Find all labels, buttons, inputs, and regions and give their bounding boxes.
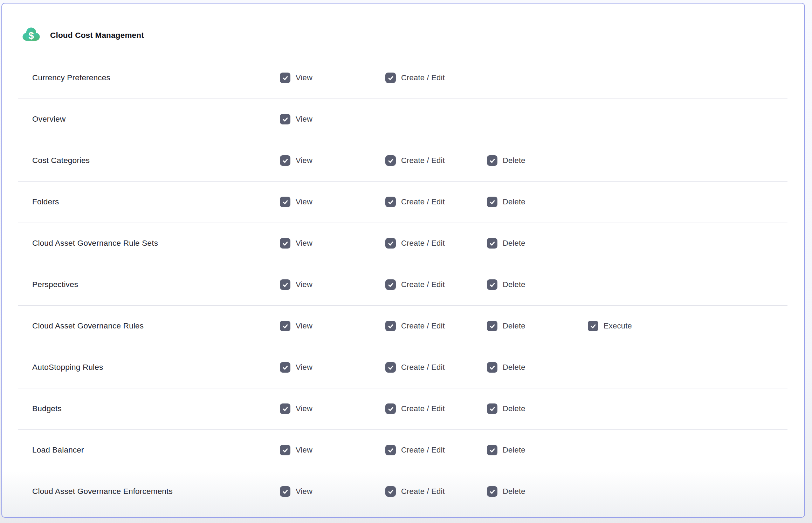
create-edit-permission[interactable]: Create / Edit — [385, 279, 445, 290]
view-checkbox[interactable] — [280, 197, 290, 207]
view-permission[interactable]: View — [280, 486, 312, 497]
check-icon — [282, 447, 289, 454]
view-checkbox[interactable] — [280, 486, 290, 497]
create-edit-permission[interactable]: Create / Edit — [385, 321, 445, 331]
view-checkbox[interactable] — [280, 155, 290, 166]
delete-permission[interactable]: Delete — [487, 321, 525, 331]
view-permission[interactable]: View — [280, 155, 312, 166]
permission-row-perspectives: Perspectives View Create / Edit Delete — [2, 264, 804, 305]
view-checkbox[interactable] — [280, 403, 290, 414]
delete-permission[interactable]: Delete — [487, 155, 525, 166]
permission-label: View — [296, 156, 312, 165]
delete-checkbox[interactable] — [487, 155, 497, 166]
check-icon — [489, 281, 496, 288]
view-permission[interactable]: View — [280, 403, 312, 414]
permission-label: Create / Edit — [401, 280, 445, 289]
create-edit-checkbox[interactable] — [385, 279, 396, 290]
svg-text:$: $ — [28, 30, 34, 41]
permission-label: Delete — [503, 487, 525, 496]
permission-label: Delete — [503, 321, 525, 331]
check-icon — [282, 364, 289, 371]
permission-row-autostopping-rules: AutoStopping Rules View Create / Edit De… — [2, 347, 804, 388]
permission-row-load-balancer: Load Balancer View Create / Edit Delete — [2, 429, 804, 471]
execute-checkbox[interactable] — [588, 321, 598, 331]
create-edit-checkbox[interactable] — [385, 197, 396, 207]
delete-checkbox[interactable] — [487, 238, 497, 249]
delete-permission[interactable]: Delete — [487, 238, 525, 249]
check-icon — [387, 364, 394, 371]
cloud-dollar-icon: $ — [22, 27, 40, 43]
permission-label: View — [296, 239, 312, 248]
view-permission[interactable]: View — [280, 279, 312, 290]
view-permission[interactable]: View — [280, 321, 312, 331]
create-edit-checkbox[interactable] — [385, 445, 396, 455]
view-permission[interactable]: View — [280, 114, 312, 124]
execute-permission[interactable]: Execute — [588, 321, 632, 331]
permission-label: View — [296, 73, 312, 82]
create-edit-checkbox[interactable] — [385, 486, 396, 497]
delete-checkbox[interactable] — [487, 197, 497, 207]
check-icon — [282, 199, 289, 205]
view-checkbox[interactable] — [280, 279, 290, 290]
permission-row-overview: Overview View — [2, 99, 804, 140]
view-permission[interactable]: View — [280, 238, 312, 249]
view-checkbox[interactable] — [280, 238, 290, 249]
permission-row-cloud-asset-governance-enforcements: Cloud Asset Governance Enforcements View… — [2, 471, 804, 512]
delete-permission[interactable]: Delete — [487, 279, 525, 290]
permission-label: View — [296, 487, 312, 496]
check-icon — [282, 406, 289, 412]
delete-permission[interactable]: Delete — [487, 197, 525, 207]
view-permission[interactable]: View — [280, 445, 312, 455]
delete-permission[interactable]: Delete — [487, 403, 525, 414]
view-checkbox[interactable] — [280, 114, 290, 124]
check-icon — [387, 406, 394, 412]
view-permission[interactable]: View — [280, 73, 312, 83]
permission-label: Create / Edit — [401, 239, 445, 248]
create-edit-permission[interactable]: Create / Edit — [385, 73, 445, 83]
create-edit-checkbox[interactable] — [385, 403, 396, 414]
view-checkbox[interactable] — [280, 321, 290, 331]
resource-label: Folders — [32, 197, 59, 206]
check-icon — [282, 240, 289, 247]
view-checkbox[interactable] — [280, 362, 290, 373]
delete-checkbox[interactable] — [487, 279, 497, 290]
create-edit-permission[interactable]: Create / Edit — [385, 238, 445, 249]
create-edit-checkbox[interactable] — [385, 238, 396, 249]
delete-checkbox[interactable] — [487, 321, 497, 331]
resource-label: Cloud Asset Governance Enforcements — [32, 487, 173, 496]
create-edit-checkbox[interactable] — [385, 362, 396, 373]
delete-permission[interactable]: Delete — [487, 486, 525, 497]
delete-checkbox[interactable] — [487, 445, 497, 455]
create-edit-checkbox[interactable] — [385, 73, 396, 83]
create-edit-permission[interactable]: Create / Edit — [385, 486, 445, 497]
permission-label: View — [296, 321, 312, 331]
create-edit-checkbox[interactable] — [385, 155, 396, 166]
permission-label: Create / Edit — [401, 156, 445, 165]
permission-label: Delete — [503, 280, 525, 289]
delete-permission[interactable]: Delete — [487, 445, 525, 455]
view-permission[interactable]: View — [280, 197, 312, 207]
delete-checkbox[interactable] — [487, 486, 497, 497]
view-permission[interactable]: View — [280, 362, 312, 373]
create-edit-permission[interactable]: Create / Edit — [385, 155, 445, 166]
permission-label: View — [296, 197, 312, 206]
delete-permission[interactable]: Delete — [487, 362, 525, 373]
delete-checkbox[interactable] — [487, 403, 497, 414]
permission-row-cloud-asset-governance-rules: Cloud Asset Governance Rules View Create… — [2, 305, 804, 347]
create-edit-permission[interactable]: Create / Edit — [385, 197, 445, 207]
create-edit-permission[interactable]: Create / Edit — [385, 403, 445, 414]
permission-label: Create / Edit — [401, 363, 445, 372]
create-edit-checkbox[interactable] — [385, 321, 396, 331]
view-checkbox[interactable] — [280, 73, 290, 83]
check-icon — [387, 199, 394, 205]
check-icon — [282, 157, 289, 164]
permissions-list: Currency Preferences View Create / Edit … — [2, 57, 804, 512]
create-edit-permission[interactable]: Create / Edit — [385, 445, 445, 455]
check-icon — [489, 157, 496, 164]
permission-row-cost-categories: Cost Categories View Create / Edit Delet… — [2, 140, 804, 181]
create-edit-permission[interactable]: Create / Edit — [385, 362, 445, 373]
check-icon — [387, 281, 394, 288]
view-checkbox[interactable] — [280, 445, 290, 455]
check-icon — [489, 488, 496, 495]
delete-checkbox[interactable] — [487, 362, 497, 373]
